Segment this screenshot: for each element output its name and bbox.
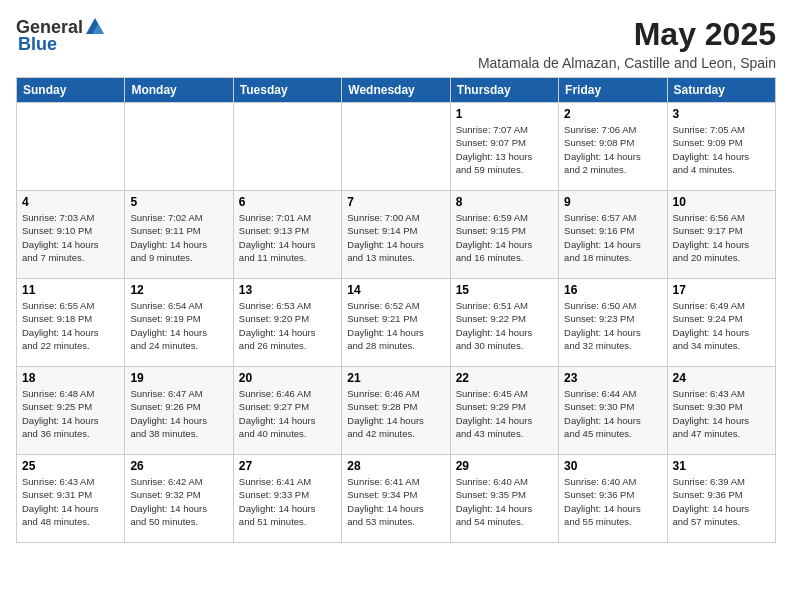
- calendar-week-row: 1Sunrise: 7:07 AM Sunset: 9:07 PM Daylig…: [17, 103, 776, 191]
- calendar-cell: 9Sunrise: 6:57 AM Sunset: 9:16 PM Daylig…: [559, 191, 667, 279]
- calendar-cell: 12Sunrise: 6:54 AM Sunset: 9:19 PM Dayli…: [125, 279, 233, 367]
- calendar-cell: 27Sunrise: 6:41 AM Sunset: 9:33 PM Dayli…: [233, 455, 341, 543]
- calendar-cell: 18Sunrise: 6:48 AM Sunset: 9:25 PM Dayli…: [17, 367, 125, 455]
- calendar-cell: 15Sunrise: 6:51 AM Sunset: 9:22 PM Dayli…: [450, 279, 558, 367]
- calendar-cell: 11Sunrise: 6:55 AM Sunset: 9:18 PM Dayli…: [17, 279, 125, 367]
- day-number: 28: [347, 459, 444, 473]
- day-info: Sunrise: 6:50 AM Sunset: 9:23 PM Dayligh…: [564, 299, 661, 352]
- day-info: Sunrise: 6:39 AM Sunset: 9:36 PM Dayligh…: [673, 475, 770, 528]
- calendar-cell: 17Sunrise: 6:49 AM Sunset: 9:24 PM Dayli…: [667, 279, 775, 367]
- calendar-cell: 6Sunrise: 7:01 AM Sunset: 9:13 PM Daylig…: [233, 191, 341, 279]
- day-number: 15: [456, 283, 553, 297]
- day-number: 26: [130, 459, 227, 473]
- calendar-cell: [17, 103, 125, 191]
- day-info: Sunrise: 7:06 AM Sunset: 9:08 PM Dayligh…: [564, 123, 661, 176]
- month-title: May 2025: [478, 16, 776, 53]
- calendar-cell: [233, 103, 341, 191]
- day-info: Sunrise: 6:43 AM Sunset: 9:31 PM Dayligh…: [22, 475, 119, 528]
- day-number: 9: [564, 195, 661, 209]
- day-info: Sunrise: 6:44 AM Sunset: 9:30 PM Dayligh…: [564, 387, 661, 440]
- calendar-cell: 29Sunrise: 6:40 AM Sunset: 9:35 PM Dayli…: [450, 455, 558, 543]
- calendar-week-row: 4Sunrise: 7:03 AM Sunset: 9:10 PM Daylig…: [17, 191, 776, 279]
- day-info: Sunrise: 6:53 AM Sunset: 9:20 PM Dayligh…: [239, 299, 336, 352]
- location-title: Matamala de Almazan, Castille and Leon, …: [478, 55, 776, 71]
- day-number: 5: [130, 195, 227, 209]
- day-info: Sunrise: 6:42 AM Sunset: 9:32 PM Dayligh…: [130, 475, 227, 528]
- day-number: 4: [22, 195, 119, 209]
- day-number: 14: [347, 283, 444, 297]
- day-info: Sunrise: 6:52 AM Sunset: 9:21 PM Dayligh…: [347, 299, 444, 352]
- day-info: Sunrise: 6:41 AM Sunset: 9:33 PM Dayligh…: [239, 475, 336, 528]
- day-number: 2: [564, 107, 661, 121]
- day-number: 29: [456, 459, 553, 473]
- day-number: 21: [347, 371, 444, 385]
- day-info: Sunrise: 7:02 AM Sunset: 9:11 PM Dayligh…: [130, 211, 227, 264]
- weekday-header-friday: Friday: [559, 78, 667, 103]
- calendar-cell: 24Sunrise: 6:43 AM Sunset: 9:30 PM Dayli…: [667, 367, 775, 455]
- day-number: 18: [22, 371, 119, 385]
- day-info: Sunrise: 7:05 AM Sunset: 9:09 PM Dayligh…: [673, 123, 770, 176]
- calendar-cell: 3Sunrise: 7:05 AM Sunset: 9:09 PM Daylig…: [667, 103, 775, 191]
- day-info: Sunrise: 6:47 AM Sunset: 9:26 PM Dayligh…: [130, 387, 227, 440]
- day-info: Sunrise: 7:07 AM Sunset: 9:07 PM Dayligh…: [456, 123, 553, 176]
- day-number: 31: [673, 459, 770, 473]
- day-info: Sunrise: 6:57 AM Sunset: 9:16 PM Dayligh…: [564, 211, 661, 264]
- calendar-cell: 5Sunrise: 7:02 AM Sunset: 9:11 PM Daylig…: [125, 191, 233, 279]
- day-info: Sunrise: 7:03 AM Sunset: 9:10 PM Dayligh…: [22, 211, 119, 264]
- day-number: 23: [564, 371, 661, 385]
- weekday-header-monday: Monday: [125, 78, 233, 103]
- day-info: Sunrise: 6:43 AM Sunset: 9:30 PM Dayligh…: [673, 387, 770, 440]
- calendar-cell: 8Sunrise: 6:59 AM Sunset: 9:15 PM Daylig…: [450, 191, 558, 279]
- day-number: 7: [347, 195, 444, 209]
- calendar-cell: 31Sunrise: 6:39 AM Sunset: 9:36 PM Dayli…: [667, 455, 775, 543]
- day-number: 10: [673, 195, 770, 209]
- calendar-table: SundayMondayTuesdayWednesdayThursdayFrid…: [16, 77, 776, 543]
- day-number: 25: [22, 459, 119, 473]
- day-number: 8: [456, 195, 553, 209]
- weekday-header-row: SundayMondayTuesdayWednesdayThursdayFrid…: [17, 78, 776, 103]
- calendar-cell: 1Sunrise: 7:07 AM Sunset: 9:07 PM Daylig…: [450, 103, 558, 191]
- logo: General Blue: [16, 16, 107, 55]
- weekday-header-sunday: Sunday: [17, 78, 125, 103]
- page-header: General Blue May 2025 Matamala de Almaza…: [16, 16, 776, 71]
- calendar-cell: 23Sunrise: 6:44 AM Sunset: 9:30 PM Dayli…: [559, 367, 667, 455]
- calendar-cell: 14Sunrise: 6:52 AM Sunset: 9:21 PM Dayli…: [342, 279, 450, 367]
- day-number: 12: [130, 283, 227, 297]
- day-number: 30: [564, 459, 661, 473]
- calendar-cell: [342, 103, 450, 191]
- day-number: 1: [456, 107, 553, 121]
- day-info: Sunrise: 6:48 AM Sunset: 9:25 PM Dayligh…: [22, 387, 119, 440]
- weekday-header-thursday: Thursday: [450, 78, 558, 103]
- weekday-header-wednesday: Wednesday: [342, 78, 450, 103]
- day-number: 27: [239, 459, 336, 473]
- day-info: Sunrise: 6:54 AM Sunset: 9:19 PM Dayligh…: [130, 299, 227, 352]
- day-number: 16: [564, 283, 661, 297]
- day-info: Sunrise: 6:46 AM Sunset: 9:27 PM Dayligh…: [239, 387, 336, 440]
- calendar-cell: 28Sunrise: 6:41 AM Sunset: 9:34 PM Dayli…: [342, 455, 450, 543]
- day-number: 11: [22, 283, 119, 297]
- day-info: Sunrise: 6:46 AM Sunset: 9:28 PM Dayligh…: [347, 387, 444, 440]
- day-info: Sunrise: 7:00 AM Sunset: 9:14 PM Dayligh…: [347, 211, 444, 264]
- calendar-cell: 25Sunrise: 6:43 AM Sunset: 9:31 PM Dayli…: [17, 455, 125, 543]
- day-info: Sunrise: 6:51 AM Sunset: 9:22 PM Dayligh…: [456, 299, 553, 352]
- calendar-week-row: 11Sunrise: 6:55 AM Sunset: 9:18 PM Dayli…: [17, 279, 776, 367]
- calendar-cell: 2Sunrise: 7:06 AM Sunset: 9:08 PM Daylig…: [559, 103, 667, 191]
- day-info: Sunrise: 6:56 AM Sunset: 9:17 PM Dayligh…: [673, 211, 770, 264]
- day-info: Sunrise: 6:41 AM Sunset: 9:34 PM Dayligh…: [347, 475, 444, 528]
- calendar-week-row: 18Sunrise: 6:48 AM Sunset: 9:25 PM Dayli…: [17, 367, 776, 455]
- day-info: Sunrise: 6:49 AM Sunset: 9:24 PM Dayligh…: [673, 299, 770, 352]
- calendar-cell: 22Sunrise: 6:45 AM Sunset: 9:29 PM Dayli…: [450, 367, 558, 455]
- title-area: May 2025 Matamala de Almazan, Castille a…: [478, 16, 776, 71]
- day-info: Sunrise: 6:59 AM Sunset: 9:15 PM Dayligh…: [456, 211, 553, 264]
- day-number: 6: [239, 195, 336, 209]
- day-info: Sunrise: 7:01 AM Sunset: 9:13 PM Dayligh…: [239, 211, 336, 264]
- day-number: 3: [673, 107, 770, 121]
- day-info: Sunrise: 6:40 AM Sunset: 9:36 PM Dayligh…: [564, 475, 661, 528]
- day-info: Sunrise: 6:45 AM Sunset: 9:29 PM Dayligh…: [456, 387, 553, 440]
- day-number: 22: [456, 371, 553, 385]
- calendar-cell: 30Sunrise: 6:40 AM Sunset: 9:36 PM Dayli…: [559, 455, 667, 543]
- day-number: 19: [130, 371, 227, 385]
- day-number: 20: [239, 371, 336, 385]
- day-info: Sunrise: 6:40 AM Sunset: 9:35 PM Dayligh…: [456, 475, 553, 528]
- day-info: Sunrise: 6:55 AM Sunset: 9:18 PM Dayligh…: [22, 299, 119, 352]
